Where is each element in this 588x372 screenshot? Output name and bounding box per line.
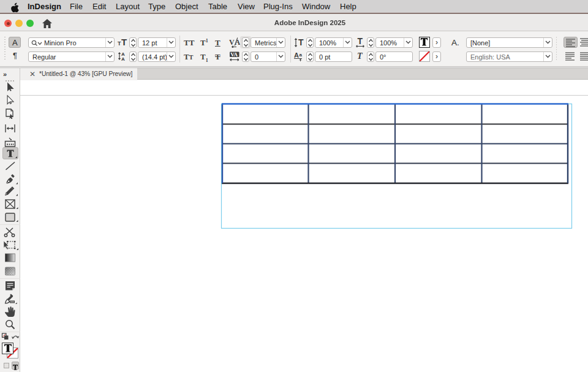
svg-text:a: a [300, 52, 303, 58]
svg-text:T: T [298, 37, 304, 47]
svg-text:V: V [229, 38, 235, 47]
svg-text:A: A [294, 51, 299, 59]
svg-text:T: T [358, 37, 363, 46]
svg-text:VA: VA [230, 51, 238, 58]
svg-text:A: A [121, 56, 125, 61]
